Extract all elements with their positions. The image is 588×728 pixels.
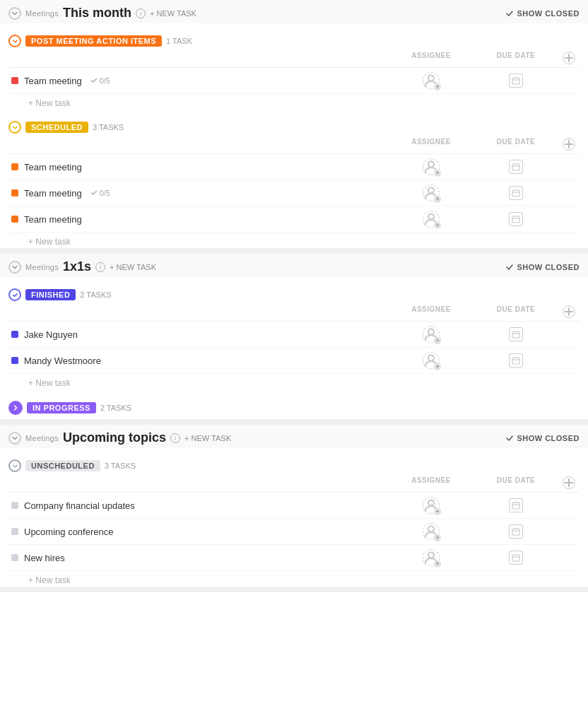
calendar-icon[interactable] bbox=[509, 74, 523, 88]
due-date-cell[interactable] bbox=[474, 498, 558, 512]
due-date-cell[interactable] bbox=[474, 353, 558, 368]
task-left: Jake Nguyen bbox=[8, 329, 389, 340]
calendar-icon[interactable] bbox=[509, 160, 523, 174]
task-left: Mandy Westmoore bbox=[8, 356, 389, 366]
new-task-row[interactable]: + New task bbox=[8, 571, 580, 587]
new-task-button[interactable]: + NEW TASK bbox=[150, 9, 196, 18]
new-task-row[interactable]: + New task bbox=[8, 233, 580, 248]
assignee-cell[interactable] bbox=[389, 497, 474, 514]
show-closed-btn[interactable]: SHOW CLOSED bbox=[505, 434, 580, 442]
due-date-cell[interactable] bbox=[474, 186, 558, 200]
assignee-cell[interactable] bbox=[389, 352, 474, 369]
new-task-row[interactable]: + New task bbox=[8, 94, 580, 110]
due-date-cell[interactable] bbox=[474, 212, 558, 226]
section-upcoming-topics: Meetings Upcoming topics i + NEW TASK SH… bbox=[0, 425, 588, 592]
task-name: Team meeting bbox=[24, 162, 82, 172]
table-row: Team meeting bbox=[8, 154, 580, 180]
avatar[interactable] bbox=[423, 326, 440, 343]
section-collapse-btn[interactable] bbox=[8, 7, 21, 20]
collapse-btn[interactable] bbox=[8, 121, 21, 134]
subtask-count: 0/5 bbox=[90, 189, 110, 197]
avatar[interactable] bbox=[423, 497, 440, 514]
show-closed-label: SHOW CLOSED bbox=[517, 263, 580, 271]
collapse-btn[interactable] bbox=[8, 35, 21, 47]
assignee-cell[interactable] bbox=[389, 72, 474, 89]
section-title: This month bbox=[63, 6, 131, 20]
task-left: Team meeting bbox=[8, 214, 389, 225]
group-header-left: POST MEETING ACTION ITEMS 1 TASK bbox=[8, 35, 389, 47]
add-col-header[interactable] bbox=[558, 305, 580, 318]
assignee-cell[interactable] bbox=[389, 326, 474, 343]
add-column-button[interactable] bbox=[563, 138, 575, 151]
show-closed-btn[interactable]: SHOW CLOSED bbox=[505, 9, 580, 18]
assignee-cell[interactable] bbox=[389, 523, 474, 540]
avatar[interactable] bbox=[423, 72, 440, 89]
add-column-button[interactable] bbox=[563, 305, 575, 318]
due-date-cell[interactable] bbox=[474, 327, 558, 341]
assignee-cell[interactable] bbox=[389, 184, 474, 201]
avatar[interactable] bbox=[423, 184, 440, 201]
section-collapse-btn[interactable] bbox=[8, 432, 21, 445]
task-dot bbox=[11, 189, 18, 196]
add-column-button[interactable] bbox=[563, 52, 575, 64]
due-date-cell[interactable] bbox=[474, 524, 558, 539]
task-count: 2 TASKS bbox=[80, 290, 111, 299]
collapse-btn-in-progress[interactable] bbox=[8, 401, 23, 415]
info-icon[interactable]: i bbox=[136, 8, 146, 18]
task-left: Team meeting 0/5 bbox=[8, 76, 389, 86]
table-row: Upcoming conference bbox=[8, 519, 580, 545]
avatar[interactable] bbox=[423, 158, 440, 175]
task-left: Team meeting bbox=[8, 162, 389, 172]
assignee-cell[interactable] bbox=[389, 158, 474, 175]
task-count-in-progress: 2 TASKS bbox=[100, 404, 131, 412]
svg-point-9 bbox=[428, 161, 434, 167]
info-icon[interactable]: i bbox=[170, 433, 180, 443]
column-headers: ASSIGNEE DUE DATE bbox=[8, 135, 580, 154]
add-col-header[interactable] bbox=[558, 52, 580, 64]
avatar[interactable] bbox=[423, 523, 440, 540]
due-date-cell[interactable] bbox=[474, 74, 558, 88]
calendar-icon[interactable] bbox=[509, 524, 523, 539]
col-header-duedate: DUE DATE bbox=[474, 305, 558, 318]
show-closed-btn[interactable]: SHOW CLOSED bbox=[505, 263, 580, 271]
section-header-left: Meetings 1x1s i + NEW TASK bbox=[8, 259, 156, 274]
due-date-cell[interactable] bbox=[474, 160, 558, 174]
col-header-duedate: DUE DATE bbox=[474, 476, 558, 489]
group-header-row: POST MEETING ACTION ITEMS 1 TASK bbox=[8, 30, 580, 49]
task-left: Team meeting 0/5 bbox=[8, 188, 389, 199]
table-row: New hires bbox=[8, 545, 580, 571]
avatar[interactable] bbox=[423, 352, 440, 369]
new-task-button[interactable]: + NEW TASK bbox=[184, 434, 231, 442]
svg-point-43 bbox=[428, 526, 434, 532]
new-task-button[interactable]: + NEW TASK bbox=[110, 263, 156, 271]
section-title: 1x1s bbox=[63, 259, 91, 274]
col-header-name bbox=[8, 138, 389, 151]
add-col-header[interactable] bbox=[558, 138, 580, 151]
add-col-header[interactable] bbox=[558, 476, 580, 489]
add-column-button[interactable] bbox=[563, 476, 575, 489]
task-dot bbox=[11, 331, 18, 338]
avatar[interactable] bbox=[423, 549, 440, 566]
col-header-duedate: DUE DATE bbox=[474, 138, 558, 151]
svg-rect-15 bbox=[512, 190, 519, 196]
calendar-icon[interactable] bbox=[509, 353, 523, 368]
assignee-cell[interactable] bbox=[389, 549, 474, 566]
task-dot bbox=[11, 528, 18, 535]
new-task-row[interactable]: + New task bbox=[8, 374, 580, 389]
calendar-icon[interactable] bbox=[509, 551, 523, 565]
calendar-icon[interactable] bbox=[509, 212, 523, 226]
collapse-btn[interactable] bbox=[8, 288, 21, 301]
subtask-count: 0/5 bbox=[90, 76, 110, 85]
avatar[interactable] bbox=[423, 211, 440, 228]
assignee-cell[interactable] bbox=[389, 211, 474, 228]
info-icon[interactable]: i bbox=[95, 262, 105, 272]
calendar-icon[interactable] bbox=[509, 498, 523, 512]
task-dot bbox=[11, 216, 18, 223]
calendar-icon[interactable] bbox=[509, 186, 523, 200]
section-collapse-btn[interactable] bbox=[8, 261, 21, 274]
section-this-month: Meetings This month i + NEW TASK SHOW CL… bbox=[0, 0, 588, 254]
group-tag: UNSCHEDULED bbox=[25, 460, 100, 471]
calendar-icon[interactable] bbox=[509, 327, 523, 341]
collapse-btn[interactable] bbox=[8, 459, 21, 472]
due-date-cell[interactable] bbox=[474, 551, 558, 565]
